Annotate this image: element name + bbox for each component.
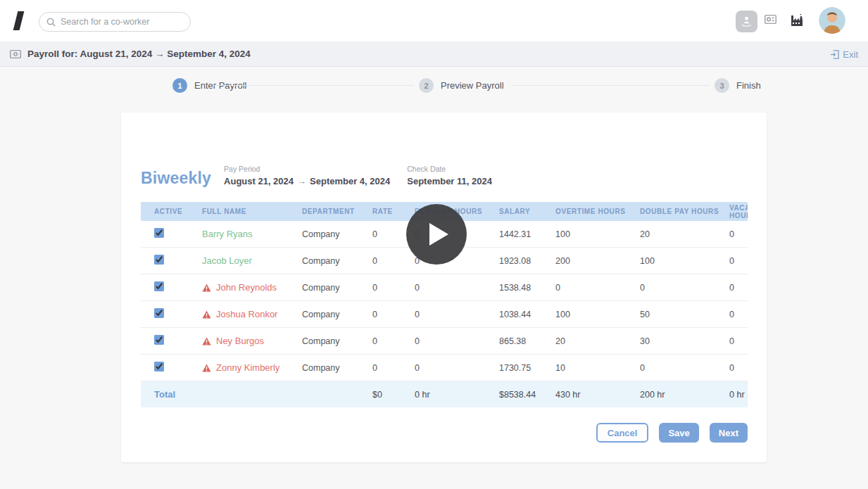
total-label: Total [154,389,372,400]
search-input[interactable] [61,17,183,27]
department-cell: Company [302,229,372,239]
table-row: Ney Burgos Company 0 0 865.38 20 30 0 [141,328,748,355]
exit-icon [830,50,839,59]
user-avatar[interactable] [819,7,845,34]
cancel-button[interactable]: Cancel [596,423,649,443]
step-number: 2 [419,78,434,93]
vacation-hours-cell[interactable]: 0 [729,310,748,319]
table-row: John Reynolds Company 0 0 1538.48 0 0 0 [141,274,748,301]
employee-name-link[interactable]: Jacob Loyer [202,255,302,266]
step-number: 1 [172,78,187,93]
table-total-row: Total $0 0 hr $8538.44 430 hr 200 hr 0 h… [141,381,748,407]
regular-hours-cell[interactable]: 0 [415,283,499,293]
overtime-hours-cell[interactable]: 0 [555,283,640,293]
table-row: Zonny Kimberly Company 0 0 1730.75 10 0 … [141,355,748,381]
vacation-hours-cell[interactable]: 0 [729,229,748,239]
top-bar [0,0,868,42]
col-salary: SALARY [499,208,555,215]
video-play-button[interactable] [406,204,467,265]
total-overtime-hours: 430 hr [555,390,640,400]
pay-period-group: Pay Period August 21, 2024→September 4, … [224,165,390,186]
check-date-label: Check Date [407,165,492,173]
search-icon [46,18,56,27]
factory-icon[interactable] [789,13,804,27]
rate-cell[interactable]: 0 [372,256,415,266]
regular-hours-cell[interactable]: 0 [415,336,499,346]
department-cell: Company [302,336,372,346]
regular-hours-cell[interactable]: 0 [415,363,499,373]
warning-icon [202,310,211,319]
total-vacation-hours: 0 hr [729,390,748,400]
active-checkbox[interactable] [154,335,164,345]
department-cell: Company [302,363,372,373]
salary-cell[interactable]: 1923.08 [499,256,555,266]
play-icon [429,223,448,246]
check-date-group: Check Date September 11, 2024 [407,165,492,186]
department-cell: Company [302,256,372,266]
double-pay-hours-cell[interactable]: 30 [640,336,729,346]
vacation-hours-cell[interactable]: 0 [729,256,748,266]
overtime-hours-cell[interactable]: 20 [555,336,640,346]
department-cell: Company [302,283,372,293]
overtime-hours-cell[interactable]: 100 [555,310,640,319]
active-checkbox[interactable] [154,362,164,371]
overtime-hours-cell[interactable]: 10 [555,363,640,373]
referral-button[interactable] [736,11,757,32]
vacation-hours-cell[interactable]: 0 [729,336,748,346]
double-pay-hours-cell[interactable]: 50 [640,310,729,319]
overtime-hours-cell[interactable]: 100 [555,229,640,239]
payroll-title: Payroll for: August 21, 2024 → September… [27,49,251,59]
rate-cell[interactable]: 0 [372,336,415,346]
step-preview-payroll[interactable]: 2 Preview Payroll [419,78,504,93]
col-rate: RATE [372,208,415,215]
save-button[interactable]: Save [659,423,698,443]
col-vacation-hours: VACATION HOURS [729,204,748,220]
app-logo[interactable] [13,11,25,30]
active-checkbox[interactable] [154,308,164,318]
col-double-pay-hours: DOUBLE PAY HOURS [640,208,729,215]
rate-cell[interactable]: 0 [372,283,415,293]
search-box[interactable] [39,12,191,32]
total-regular-hours: 0 hr [415,390,499,400]
salary-cell[interactable]: 1538.48 [499,283,555,293]
salary-cell[interactable]: 1038.44 [499,310,555,319]
overtime-hours-cell[interactable]: 200 [555,256,640,266]
employee-name-link[interactable]: Joshua Ronkor [202,309,302,319]
step-finish[interactable]: 3 Finish [715,78,761,93]
salary-cell[interactable]: 865.38 [499,336,555,346]
card-header: Biweekly Pay Period August 21, 2024→Sept… [141,165,767,186]
vacation-hours-cell[interactable]: 0 [729,363,748,373]
warning-icon [202,284,211,292]
double-pay-hours-cell[interactable]: 0 [640,283,729,293]
next-button[interactable]: Next [710,423,748,443]
active-checkbox[interactable] [154,228,164,238]
step-connector-line [512,85,710,86]
check-date-value: September 11, 2024 [407,176,492,186]
step-label: Finish [736,80,761,91]
employee-name-link[interactable]: Barry Ryans [202,229,302,239]
arrow-icon: → [294,176,310,186]
active-checkbox[interactable] [154,281,164,291]
employee-name-link[interactable]: Ney Burgos [202,336,302,346]
salary-cell[interactable]: 1730.75 [499,363,555,373]
warning-icon [202,337,211,345]
employee-name-link[interactable]: John Reynolds [202,282,302,293]
double-pay-hours-cell[interactable]: 0 [640,363,729,373]
salary-cell[interactable]: 1442.31 [499,229,555,239]
employee-name-link[interactable]: Zonny Kimberly [202,362,302,373]
total-salary: $8538.44 [499,390,555,400]
step-label: Preview Payroll [441,80,504,91]
double-pay-hours-cell[interactable]: 100 [640,256,729,266]
pay-frequency: Biweekly [141,170,211,186]
col-full-name: FULL NAME [202,208,302,215]
vacation-hours-cell[interactable]: 0 [729,283,748,293]
double-pay-hours-cell[interactable]: 20 [640,229,729,239]
rate-cell[interactable]: 0 [372,310,415,319]
exit-button[interactable]: Exit [830,42,858,67]
regular-hours-cell[interactable]: 0 [415,310,499,319]
paycheck-icon[interactable] [765,15,776,24]
rate-cell[interactable]: 0 [372,363,415,373]
active-checkbox[interactable] [154,255,164,265]
pay-period-label: Pay Period [224,165,390,173]
table-row: Joshua Ronkor Company 0 0 1038.44 100 50… [141,301,748,328]
